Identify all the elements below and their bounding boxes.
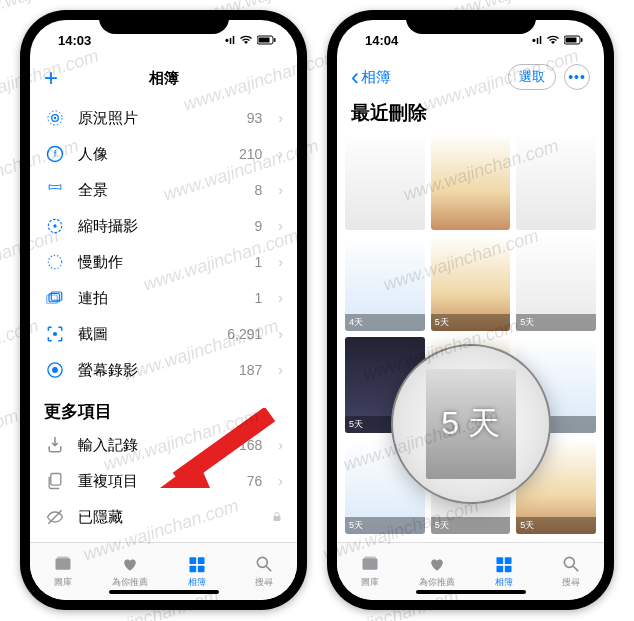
days-badge: 5天 [516, 517, 596, 534]
chevron-right-icon: › [278, 254, 283, 270]
content-area: 原況照片93›f人像210›全景8›縮時攝影9›慢動作1›連拍1›截圖6,291… [30, 100, 297, 542]
row-count: 210 [239, 146, 262, 162]
media-row-slomo[interactable]: 慢動作1› [30, 244, 297, 280]
signal-icon: •ıl [225, 34, 235, 46]
svg-point-5 [54, 117, 57, 120]
tab-search[interactable]: 搜尋 [230, 543, 297, 600]
notch [99, 10, 229, 34]
row-count: 1 [255, 290, 263, 306]
svg-rect-17 [51, 474, 61, 486]
search-icon [560, 554, 582, 574]
photo-thumb[interactable]: 4天 [345, 236, 425, 332]
library-icon [52, 554, 74, 574]
tab-label: 搜尋 [562, 576, 580, 589]
home-indicator[interactable] [109, 590, 219, 594]
portrait-icon: f [44, 143, 66, 165]
page-title: 最近刪除 [337, 98, 604, 134]
status-indicators: •ıl [225, 34, 277, 46]
media-types-list: 原況照片93›f人像210›全景8›縮時攝影9›慢動作1›連拍1›截圖6,291… [30, 100, 297, 388]
row-label: 截圖 [78, 325, 215, 344]
media-row-screenrec[interactable]: 螢幕錄影187› [30, 352, 297, 388]
library-icon [359, 554, 381, 574]
search-icon [253, 554, 275, 574]
photo-thumb[interactable]: 5天 [345, 540, 425, 542]
svg-text:f: f [54, 149, 57, 159]
chevron-right-icon: › [278, 218, 283, 234]
row-count: 187 [239, 362, 262, 378]
days-badge: 5天 [431, 314, 511, 331]
photo-thumb[interactable] [516, 134, 596, 230]
photo-thumb[interactable]: 5天 [516, 236, 596, 332]
wifi-icon [546, 35, 560, 45]
more-button[interactable]: ••• [564, 64, 590, 90]
screen-right: 14:04 •ıl 相簿 選取 ••• 最近刪除 [337, 20, 604, 600]
status-time: 14:03 [58, 33, 91, 48]
albums-icon [186, 554, 208, 574]
livephoto-icon [44, 107, 66, 129]
tab-library[interactable]: 圖庫 [337, 543, 404, 600]
screenrec-icon [44, 359, 66, 381]
tab-label: 圖庫 [54, 576, 72, 589]
days-badge: 5天 [345, 517, 425, 534]
svg-point-27 [257, 557, 267, 567]
slomo-icon [44, 251, 66, 273]
row-label: 人像 [78, 145, 227, 164]
chevron-right-icon: › [278, 110, 283, 126]
magnifier-lens: 5 天 [391, 344, 551, 504]
foryou-icon [426, 554, 448, 574]
media-row-burst[interactable]: 連拍1› [30, 280, 297, 316]
media-row-livephoto[interactable]: 原況照片93› [30, 100, 297, 136]
magnified-badge: 5 天 [441, 402, 500, 446]
lock-icon [271, 510, 283, 524]
back-button[interactable]: 相簿 [351, 68, 391, 87]
media-row-portrait[interactable]: f人像210› [30, 136, 297, 172]
row-label: 輸入記錄 [78, 436, 227, 455]
more-row-import[interactable]: 輸入記錄168› [30, 427, 297, 463]
row-count: 76 [247, 473, 263, 489]
photo-thumb[interactable] [345, 134, 425, 230]
battery-icon [564, 35, 584, 45]
more-row-hidden[interactable]: 已隱藏 [30, 499, 297, 535]
foryou-icon [119, 554, 141, 574]
chevron-right-icon: › [278, 362, 283, 378]
svg-line-39 [573, 567, 577, 571]
days-badge: 5天 [516, 314, 596, 331]
svg-rect-26 [198, 566, 205, 573]
svg-rect-23 [189, 557, 196, 564]
home-indicator[interactable] [416, 590, 526, 594]
row-count: 93 [247, 110, 263, 126]
svg-line-28 [266, 567, 270, 571]
select-button[interactable]: 選取 [508, 64, 556, 90]
phone-frame-right: 14:04 •ıl 相簿 選取 ••• 最近刪除 [327, 10, 614, 610]
days-badge: 5天 [431, 517, 511, 534]
nav-bar: 相簿 選取 ••• [337, 60, 604, 98]
photo-thumb[interactable]: 5天 [516, 540, 596, 542]
chevron-right-icon: › [278, 146, 283, 162]
tab-label: 相簿 [188, 576, 206, 589]
media-row-timelapse[interactable]: 縮時攝影9› [30, 208, 297, 244]
chevron-right-icon: › [278, 473, 283, 489]
media-row-screenshot[interactable]: 截圖6,291› [30, 316, 297, 352]
tab-label: 搜尋 [255, 576, 273, 589]
notch [406, 10, 536, 34]
svg-rect-35 [505, 557, 512, 564]
more-items-list: 輸入記錄168›重複項目76›已隱藏最近刪除 [30, 427, 297, 542]
tab-search[interactable]: 搜尋 [537, 543, 604, 600]
tab-label: 為你推薦 [419, 576, 455, 589]
row-label: 連拍 [78, 289, 243, 308]
photo-thumb[interactable]: 5天 [431, 540, 511, 542]
row-count: 1 [255, 254, 263, 270]
add-button[interactable]: + [44, 64, 58, 92]
import-icon [44, 434, 66, 456]
tab-library[interactable]: 圖庫 [30, 543, 97, 600]
svg-rect-19 [274, 516, 281, 521]
more-row-duplicate[interactable]: 重複項目76› [30, 463, 297, 499]
more-row-trash[interactable]: 最近刪除 [30, 535, 297, 542]
photo-thumb[interactable] [431, 134, 511, 230]
row-count: 8 [255, 182, 263, 198]
svg-rect-25 [189, 566, 196, 573]
nav-bar: + 相簿 [30, 60, 297, 100]
photo-thumb[interactable]: 5天 [431, 236, 511, 332]
row-label: 慢動作 [78, 253, 243, 272]
media-row-pano[interactable]: 全景8› [30, 172, 297, 208]
